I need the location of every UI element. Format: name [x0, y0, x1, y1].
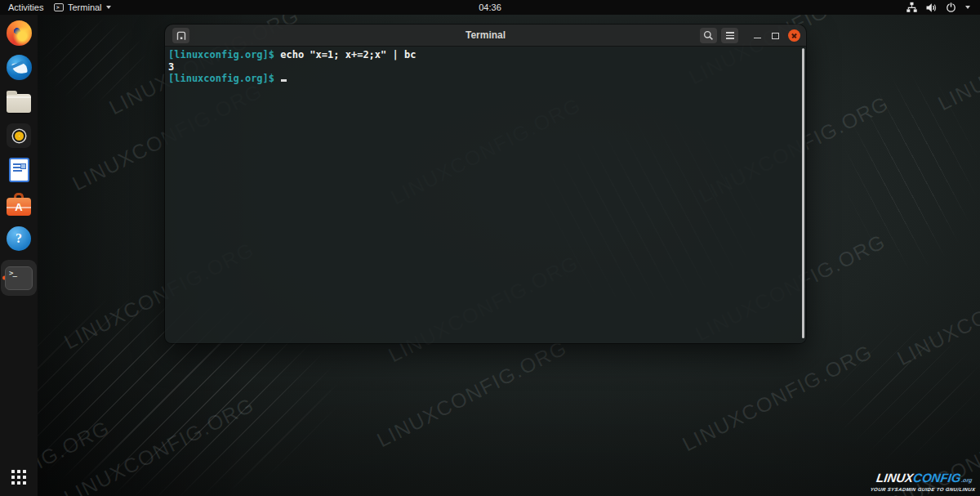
network-icon	[906, 2, 917, 13]
chevron-down-icon	[106, 6, 111, 9]
logo-text-linux: LINUX	[875, 471, 914, 485]
terminal-titlebar[interactable]: Terminal	[165, 25, 806, 47]
dock-item-firefox[interactable]	[1, 20, 37, 46]
dock: A ?	[0, 15, 38, 496]
dock-item-thunderbird[interactable]	[1, 54, 37, 80]
help-icon: ?	[7, 226, 31, 251]
writer-icon	[9, 158, 29, 182]
wallpaper-watermark: LINUXCONFIG.ORG	[934, 0, 980, 115]
maximize-button[interactable]	[768, 25, 782, 47]
software-icon: A	[7, 192, 31, 217]
app-menu-button[interactable]: Terminal	[49, 0, 116, 15]
wallpaper-watermark: LINUXCONFIG.ORG	[893, 254, 980, 371]
dock-item-files[interactable]	[1, 88, 37, 114]
command-text: echo "x=1; x+=2;x" | bc	[280, 49, 416, 60]
dock-item-libreoffice-writer[interactable]	[1, 157, 37, 183]
terminal-screen[interactable]: [linuxconfig.org]$echo "x=1; x+=2;x" | b…	[165, 47, 806, 343]
dock-item-rhythmbox[interactable]	[1, 123, 37, 149]
app-menu-label: Terminal	[68, 2, 102, 12]
dock-item-help[interactable]: ?	[1, 226, 37, 252]
system-status-button[interactable]	[902, 0, 975, 15]
terminal-app-icon	[54, 3, 64, 11]
terminal-line: [linuxconfig.org]$echo "x=1; x+=2;x" | b…	[168, 49, 795, 61]
hamburger-menu-button[interactable]	[721, 28, 738, 43]
linuxconfig-logo: LINUXCONFIG.org YOUR SYSADMIN GUIDE TO G…	[871, 472, 978, 492]
clock-button[interactable]: 04:36	[479, 2, 501, 12]
files-icon	[7, 94, 31, 113]
desktop: LINUXCONFIG.ORGLINUXCONFIG.ORGLINUXCONFI…	[0, 0, 980, 496]
shell-prompt: [linuxconfig.org]$	[168, 73, 274, 84]
terminal-output: 3	[168, 61, 795, 74]
show-applications-button[interactable]	[8, 467, 29, 488]
caret-down-icon	[965, 6, 970, 9]
terminal-line: [linuxconfig.org]$	[168, 73, 795, 85]
dock-item-ubuntu-software[interactable]: A	[1, 191, 37, 217]
minimize-icon	[754, 38, 761, 39]
wallpaper-watermark: LINUXCONFIG.ORG	[679, 340, 876, 457]
clock-area: 04:36	[0, 2, 980, 12]
minimize-button[interactable]	[751, 25, 764, 47]
logo-text-org: .org	[961, 477, 973, 483]
top-bar: Activities Terminal 04:36	[0, 0, 980, 15]
power-icon	[946, 2, 956, 13]
terminal-window: Terminal [linuxconfig.org]$echo "x=1; x+…	[165, 25, 806, 343]
activities-button[interactable]: Activities	[0, 0, 51, 15]
thunderbird-icon	[7, 55, 32, 80]
dock-item-terminal[interactable]	[1, 260, 37, 296]
terminal-icon	[5, 266, 33, 290]
firefox-icon	[7, 20, 32, 46]
shell-prompt: [linuxconfig.org]$	[168, 49, 274, 60]
new-tab-button[interactable]	[172, 28, 189, 43]
volume-icon	[926, 2, 937, 13]
hamburger-icon	[726, 32, 734, 39]
scrollbar-thumb[interactable]	[802, 48, 804, 338]
maximize-icon	[772, 33, 779, 39]
search-button[interactable]	[700, 28, 717, 43]
close-icon	[788, 29, 800, 42]
terminal-cursor	[281, 79, 287, 82]
rhythmbox-icon	[7, 123, 31, 148]
logo-tagline: YOUR SYSADMIN GUIDE TO GNU/LINUX	[871, 487, 977, 492]
logo-text-config: CONFIG	[912, 471, 962, 485]
close-button[interactable]	[787, 25, 801, 47]
